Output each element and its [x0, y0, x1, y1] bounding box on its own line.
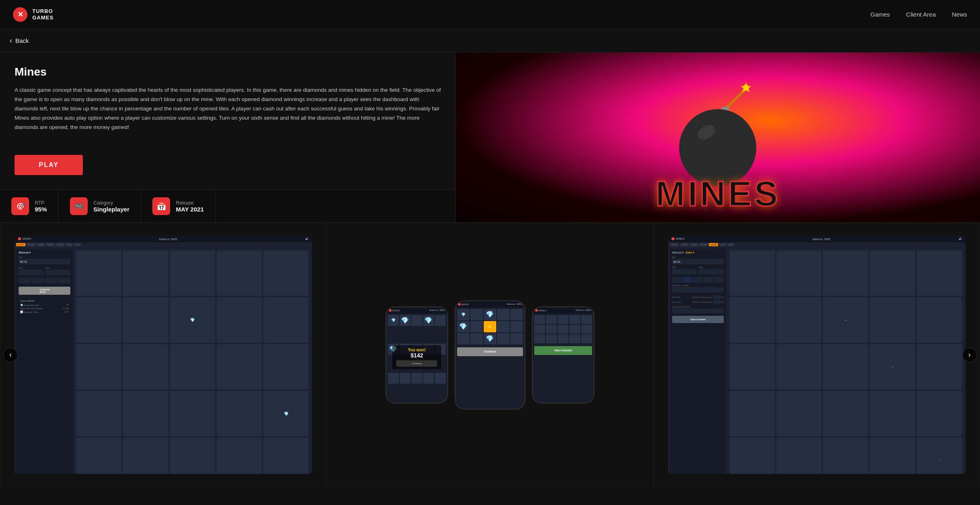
category-value: Singleplayer [93, 206, 129, 213]
sim-grid-3: • • [728, 249, 964, 474]
nav-news[interactable]: News [952, 11, 967, 18]
sim-header-1: 🔴 MINES Balance: $982 🔊 [15, 236, 312, 242]
sim-content-3: Manual ▾ Auto ▾ Bet $6.00 Min [668, 247, 965, 474]
rtp-label: RTP [35, 200, 47, 206]
play-button[interactable]: PLAY [15, 155, 83, 175]
meta-rtp: 🎯 RTP 95% [0, 190, 59, 222]
category-label: Category [93, 200, 129, 206]
release-value: MAY 2021 [176, 206, 204, 213]
game-info-section: Mines A classic game concept that has al… [0, 52, 980, 223]
screenshot-mobile: 🔴 MINESBalance: $982 💎 💎 💎 💎 [327, 223, 653, 487]
phone-3: 🔴 MINESBalance: $982 [532, 306, 594, 404]
sim-header-3: 🔴 MINES Balance: $982 🔊 [668, 236, 965, 242]
nav-client-area[interactable]: Client Area [906, 11, 936, 18]
game-meta: 🎯 RTP 95% 🎮 Category Singleplayer 📅 Rele… [0, 190, 455, 222]
sim-tabs-1: x1.27 x1.36 +x36 x2.36 x3.38 +11 +17 [15, 243, 312, 246]
screenshot-desktop-manual: 🔴 MINES Balance: $982 🔊 x1.27 x1.36 +x36… [0, 223, 327, 487]
meta-category: 🎮 Category Singleplayer [59, 190, 141, 222]
phone-2: 🔴 MINESBalance: $982 💎 💎 💎 [455, 300, 525, 410]
logo-text: TURBO GAMES [32, 8, 54, 21]
phone-1: 🔴 MINESBalance: $982 💎 💎 💎 💎 [386, 306, 448, 404]
game-banner: MINES [456, 53, 980, 222]
sim-cashout-1: Cashout$6.62 [19, 287, 70, 295]
main-nav: Games Client Area News [870, 11, 967, 18]
screenshots-grid: 🔴 MINES Balance: $982 🔊 x1.27 x1.36 +x36… [0, 223, 980, 487]
phones-container: 🔴 MINESBalance: $982 💎 💎 💎 💎 [327, 223, 653, 487]
nav-games[interactable]: Games [870, 11, 890, 18]
release-icon: 📅 [152, 197, 170, 215]
logo-area: ✕ TURBO GAMES [13, 7, 54, 22]
sim-tabs-3: x1.27 x1.36 +x36 x2.36 x3.38 +11 +17 [668, 243, 965, 246]
category-icon: 🎮 [70, 197, 88, 215]
carousel-right-arrow[interactable]: › [962, 348, 977, 362]
mines-banner-text: MINES [655, 173, 780, 213]
screenshot-desktop-auto: 🔴 MINES Balance: $982 🔊 x1.27 x1.36 +x36… [653, 223, 980, 487]
sim-content-1: Manual ▾ Bet $6.00 Min [15, 247, 312, 474]
back-label: Back [15, 37, 29, 44]
back-arrow-icon: ‹ [10, 36, 12, 45]
desktop-mockup-manual: 🔴 MINES Balance: $982 🔊 x1.27 x1.36 +x36… [0, 223, 326, 487]
game-description: A classic game concept that has always c… [15, 86, 441, 140]
rtp-value: 95% [35, 206, 47, 213]
carousel-left-arrow[interactable]: ‹ [3, 348, 18, 362]
game-left-panel: Mines A classic game concept that has al… [0, 53, 456, 222]
sim-game-details: Game details 💎 Diamonds left19 Next Tile… [19, 298, 70, 315]
meta-release: 📅 Release MAY 2021 [141, 190, 215, 222]
sim-grid-1: 💎 💎 [74, 249, 310, 474]
sim-left-1: Manual ▾ Bet $6.00 Min [16, 249, 73, 474]
rtp-icon: 🎯 [11, 197, 29, 215]
bomb-container: MINES [456, 53, 980, 222]
sim-left-3: Manual ▾ Auto ▾ Bet $6.00 Min [670, 249, 726, 474]
back-button[interactable]: ‹ Back [0, 29, 980, 52]
screenshots-section: ‹ 🔴 MINES Balance: $982 🔊 x1.27 x1.36 +x… [0, 223, 980, 487]
game-title: Mines [15, 66, 441, 78]
release-label: Release [176, 200, 204, 206]
logo-icon: ✕ [13, 7, 27, 22]
desktop-mockup-auto: 🔴 MINES Balance: $982 🔊 x1.27 x1.36 +x36… [654, 223, 980, 487]
header: ✕ TURBO GAMES Games Client Area News [0, 0, 980, 29]
